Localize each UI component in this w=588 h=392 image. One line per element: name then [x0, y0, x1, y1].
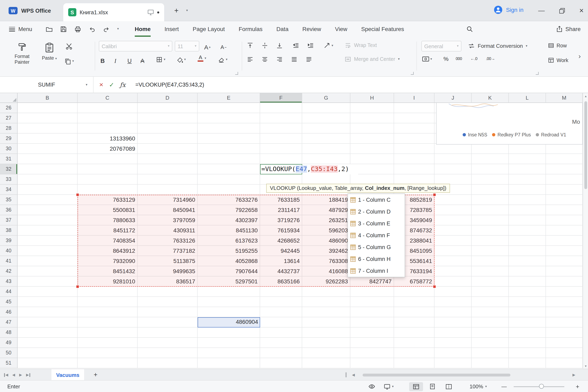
cell-E36[interactable]: 7922658 — [198, 205, 260, 215]
tab-home[interactable]: Home — [135, 21, 151, 37]
row-header-44[interactable]: 44 — [0, 287, 18, 297]
cell-E30[interactable] — [198, 144, 260, 154]
cell-D32[interactable] — [138, 164, 198, 174]
cell-G46[interactable] — [302, 307, 350, 317]
cell-E48[interactable] — [198, 328, 260, 338]
cell-I51[interactable] — [394, 358, 434, 368]
row-header-28[interactable]: 28 — [0, 123, 18, 134]
cell-I48[interactable] — [394, 328, 434, 338]
cell-M34[interactable] — [546, 184, 583, 195]
cell-F40[interactable]: 942445 — [260, 246, 302, 256]
add-sheet-button[interactable]: + — [91, 369, 100, 380]
cell-B48[interactable] — [18, 328, 78, 338]
page-break-view-button[interactable] — [442, 382, 456, 391]
cell-F26[interactable] — [260, 103, 302, 113]
row-header-38[interactable]: 38 — [0, 226, 18, 236]
cell-L33[interactable] — [509, 174, 546, 184]
cell-L39[interactable] — [509, 236, 546, 246]
cell-C38[interactable]: 8451172 — [78, 226, 138, 236]
cell-M48[interactable] — [546, 328, 583, 338]
cell-B46[interactable] — [18, 307, 78, 317]
row-header-39[interactable]: 39 — [0, 236, 18, 246]
cell-J37[interactable] — [434, 215, 472, 226]
font-size-combo[interactable]: 11 ▾ — [175, 41, 199, 52]
cell-D47[interactable] — [138, 317, 198, 328]
cell-K36[interactable] — [472, 205, 509, 215]
sign-in-button[interactable]: Sign in — [494, 5, 524, 14]
cell-C26[interactable] — [78, 103, 138, 113]
cell-G28[interactable] — [302, 123, 350, 134]
cell-E42[interactable]: 7907644 — [198, 266, 260, 276]
cell-B30[interactable] — [18, 144, 78, 154]
worksheet-button[interactable]: Work — [548, 57, 573, 63]
number-format-combo[interactable]: General ▾ — [422, 41, 462, 52]
cell-J47[interactable] — [434, 317, 472, 328]
cell-H50[interactable] — [350, 348, 394, 358]
cell-F36[interactable]: 2311417 — [260, 205, 302, 215]
horizontal-scroll-thumb[interactable] — [362, 374, 510, 376]
cell-C28[interactable] — [78, 123, 138, 134]
cell-B43[interactable] — [18, 276, 78, 287]
next-sheet-button[interactable]: ▶ — [19, 373, 22, 377]
cell-B51[interactable] — [18, 358, 78, 368]
align-bottom-button[interactable] — [276, 42, 283, 49]
vertical-scroll-thumb[interactable] — [584, 101, 587, 189]
cell-D26[interactable] — [138, 103, 198, 113]
format-conversion-button[interactable]: Format Conversion ▾ — [468, 43, 527, 49]
cell-C40[interactable]: 8643912 — [78, 246, 138, 256]
cell-I46[interactable] — [394, 307, 434, 317]
cell-B35[interactable] — [18, 195, 78, 205]
cell-D33[interactable] — [138, 174, 198, 184]
cell-F39[interactable]: 4268652 — [260, 236, 302, 246]
cell-E50[interactable] — [198, 348, 260, 358]
tab-view[interactable]: View — [335, 21, 347, 37]
cell-C35[interactable]: 7633129 — [78, 195, 138, 205]
cut-button[interactable] — [65, 42, 73, 50]
row-header-47[interactable]: 47 — [0, 317, 18, 328]
column-header-C[interactable]: C — [78, 93, 138, 103]
increase-indent-button[interactable] — [307, 42, 314, 49]
cell-F42[interactable]: 4432737 — [260, 266, 302, 276]
chart-object[interactable]: Mo Inse N5SRedkey P7 PlusRedroad V1 — [436, 103, 583, 144]
cell-E45[interactable] — [198, 297, 260, 307]
cell-K48[interactable] — [472, 328, 509, 338]
cell-L31[interactable] — [509, 154, 546, 164]
cell-M50[interactable] — [546, 348, 583, 358]
cell-C37[interactable]: 7880633 — [78, 215, 138, 226]
row-header-26[interactable]: 26 — [0, 103, 18, 113]
cell-H30[interactable] — [350, 144, 394, 154]
app-logo-button[interactable]: W WPS Office — [5, 4, 54, 17]
cell-D28[interactable] — [138, 123, 198, 134]
cell-G51[interactable] — [302, 358, 350, 368]
cell-D30[interactable] — [138, 144, 198, 154]
cell-C30[interactable]: 20767089 — [78, 144, 138, 154]
cell-I27[interactable] — [394, 113, 434, 123]
cell-J39[interactable] — [434, 236, 472, 246]
row-header-36[interactable]: 36 — [0, 205, 18, 215]
cell-H51[interactable] — [350, 358, 394, 368]
cell-K50[interactable] — [472, 348, 509, 358]
cell-E41[interactable]: 4052868 — [198, 256, 260, 266]
cell-G26[interactable] — [302, 103, 350, 113]
tab-list-chevron-icon[interactable]: ▾ — [182, 6, 192, 16]
column-header-L[interactable]: L — [509, 93, 546, 103]
cell-G35[interactable]: 188419 — [302, 195, 350, 205]
cell-E29[interactable] — [198, 134, 260, 144]
cell-G30[interactable] — [302, 144, 350, 154]
cell-G45[interactable] — [302, 297, 350, 307]
text-orientation-button[interactable]: ▾ — [324, 42, 333, 49]
cell-E44[interactable] — [198, 287, 260, 297]
cell-B31[interactable] — [18, 154, 78, 164]
row-header-46[interactable]: 46 — [0, 307, 18, 317]
previous-sheet-button[interactable]: ◀ — [12, 373, 15, 377]
cell-H49[interactable] — [350, 338, 394, 348]
cell-G31[interactable] — [302, 154, 350, 164]
cell-M40[interactable] — [546, 246, 583, 256]
cell-H47[interactable] — [350, 317, 394, 328]
cell-G37[interactable]: 263251 — [302, 215, 350, 226]
align-left-button[interactable] — [247, 56, 254, 63]
cell-C39[interactable]: 7408354 — [78, 236, 138, 246]
cell-J51[interactable] — [434, 358, 472, 368]
cell-G36[interactable]: 487929 — [302, 205, 350, 215]
cell-M44[interactable] — [546, 287, 583, 297]
